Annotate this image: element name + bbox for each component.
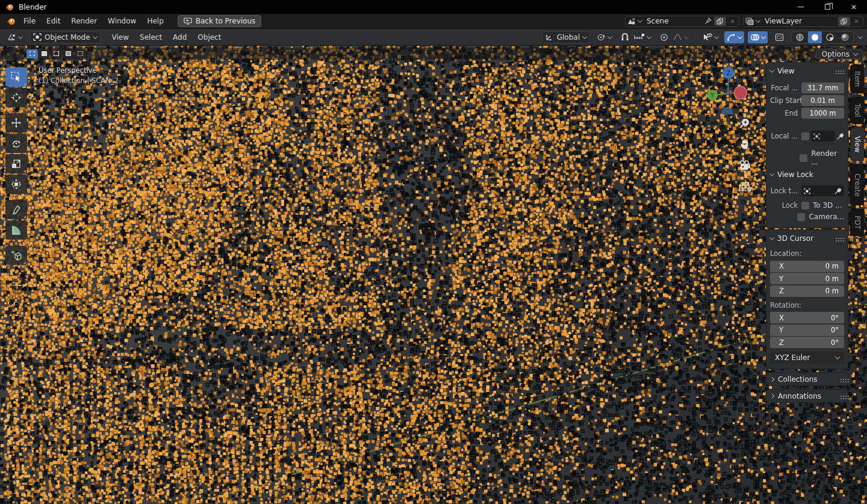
scene-name[interactable]: Scene xyxy=(644,17,702,25)
options-button[interactable]: Options xyxy=(816,49,863,59)
cursor-location-y[interactable]: Y 0 m xyxy=(770,273,844,284)
local-camera-object-field[interactable] xyxy=(811,131,834,142)
zoom-tool-icon[interactable] xyxy=(737,116,753,131)
tool-transform-button[interactable] xyxy=(5,175,27,194)
render-region-checkbox[interactable] xyxy=(800,154,807,162)
maximize-button[interactable] xyxy=(814,0,841,14)
editor-type-button[interactable] xyxy=(5,31,25,43)
proportional-falloff-selector[interactable] xyxy=(671,31,691,43)
menu-select[interactable]: Select xyxy=(134,31,167,43)
select-mode-subtract-button[interactable] xyxy=(51,49,62,58)
transform-orientation-selector[interactable]: Global xyxy=(542,31,590,43)
close-button[interactable]: ✕ xyxy=(841,0,867,14)
cursor-rotation-y[interactable]: Y 0° xyxy=(770,325,844,336)
drag-handle-icon[interactable] xyxy=(836,238,837,239)
select-mode-set-button[interactable] xyxy=(26,49,38,58)
menu-window[interactable]: Window xyxy=(102,15,141,27)
tool-scale-button[interactable] xyxy=(5,154,27,173)
snap-with-selector[interactable] xyxy=(632,31,653,43)
menu-view[interactable]: View xyxy=(107,31,134,43)
annotations-panel-header[interactable]: Annotations xyxy=(766,389,848,403)
tool-rotate-button[interactable] xyxy=(5,134,27,153)
shading-solid-button[interactable] xyxy=(808,31,822,43)
gizmo-minus-z-axis[interactable] xyxy=(722,108,733,115)
remove-viewlayer-icon[interactable]: ✕ xyxy=(853,18,861,25)
shading-wireframe-button[interactable] xyxy=(793,31,807,43)
menu-file[interactable]: File xyxy=(18,15,41,27)
chevron-down-icon xyxy=(769,67,774,72)
eyedropper-icon[interactable] xyxy=(834,187,842,195)
menu-render[interactable]: Render xyxy=(66,15,102,27)
app-menu-button[interactable] xyxy=(4,15,18,27)
menu-object[interactable]: Object xyxy=(192,31,226,43)
tool-add-cube-button[interactable] xyxy=(5,246,27,265)
drag-handle-icon[interactable] xyxy=(836,70,837,72)
tab-pdt[interactable]: PDT xyxy=(850,209,864,236)
select-mode-invert-button[interactable] xyxy=(63,49,74,58)
rotation-order-value: XYZ Euler xyxy=(775,353,810,362)
drag-handle-icon[interactable] xyxy=(841,396,842,397)
new-viewlayer-button[interactable] xyxy=(838,17,850,26)
viewport-canvas[interactable] xyxy=(0,46,867,504)
cursor-rotation-x[interactable]: X 0° xyxy=(770,312,844,323)
navigation-gizmo[interactable]: Z Y xyxy=(702,63,754,114)
xray-toggle[interactable] xyxy=(772,31,786,43)
tab-item[interactable]: Item xyxy=(850,64,864,93)
scene-icon xyxy=(627,17,636,25)
show-overlays-toggle[interactable] xyxy=(748,31,768,43)
unlink-scene-icon[interactable]: ✕ xyxy=(729,18,737,25)
viewport-3d[interactable]: Z Y Options xyxy=(0,46,867,504)
menu-edit[interactable]: Edit xyxy=(41,15,66,27)
snap-toggle[interactable] xyxy=(618,31,632,43)
clip-start-field[interactable]: 0.01 m xyxy=(801,95,844,106)
shading-material-button[interactable] xyxy=(823,31,837,43)
new-scene-button[interactable] xyxy=(714,17,726,26)
select-mode-intersect-button[interactable] xyxy=(75,49,86,58)
proportional-editing-toggle[interactable] xyxy=(657,31,671,43)
camera-to-view-checkbox[interactable] xyxy=(797,213,805,221)
scene-selector[interactable]: Scene ✕ xyxy=(625,16,739,27)
tool-measure-button[interactable] xyxy=(5,220,27,240)
tool-select-box-button[interactable] xyxy=(5,67,27,87)
menu-add[interactable]: Add xyxy=(167,31,192,43)
menu-help[interactable]: Help xyxy=(141,15,169,27)
tool-annotate-button[interactable] xyxy=(5,200,27,219)
camera-view-icon[interactable] xyxy=(737,158,753,173)
pin-icon[interactable] xyxy=(704,17,712,25)
back-to-previous-button[interactable]: Back to Previous xyxy=(178,15,262,27)
cursor-rotation-z[interactable]: Z 0° xyxy=(770,337,844,348)
lock-to-object-field[interactable] xyxy=(801,185,844,196)
select-mode-extend-button[interactable] xyxy=(39,49,50,58)
lock-to-3d-cursor-checkbox[interactable] xyxy=(801,202,809,210)
rotation-order-dropdown[interactable]: XYZ Euler xyxy=(770,352,844,364)
orthographic-grid-icon[interactable] xyxy=(737,179,753,194)
focal-length-field[interactable]: 31.7 mm xyxy=(801,82,844,93)
pan-hand-icon[interactable] xyxy=(737,137,753,152)
local-camera-checkbox[interactable] xyxy=(801,132,809,140)
tool-move-button[interactable] xyxy=(5,113,27,132)
object-visibility-selector[interactable] xyxy=(700,31,721,43)
viewlayer-name[interactable]: ViewLayer xyxy=(762,17,836,25)
cursor-3d-panel-header[interactable]: 3D Cursor xyxy=(770,232,844,245)
view-panel-header[interactable]: View xyxy=(770,64,844,78)
clip-end-field[interactable]: 1000 m xyxy=(801,108,844,119)
shading-options-chevron-icon[interactable] xyxy=(858,34,863,39)
minimize-button[interactable] xyxy=(788,0,814,14)
pivot-point-selector[interactable] xyxy=(594,31,614,43)
drag-handle-icon[interactable] xyxy=(841,379,842,380)
view-lock-header[interactable]: View Lock xyxy=(770,167,844,182)
cursor-location-z[interactable]: Z 0 m xyxy=(770,285,844,297)
view-perspective-label: User Perspective xyxy=(39,66,119,76)
tab-tool[interactable]: Tool xyxy=(850,97,864,123)
tool-cursor-button[interactable] xyxy=(5,88,27,107)
tab-create[interactable]: Create xyxy=(850,164,864,205)
cursor-location-x[interactable]: X 0 m xyxy=(770,261,844,272)
gizmo-x-axis[interactable] xyxy=(735,87,747,99)
tab-view[interactable]: View xyxy=(850,128,864,161)
eyedropper-icon[interactable] xyxy=(836,132,844,140)
shading-rendered-button[interactable] xyxy=(838,31,852,43)
show-gizmo-toggle[interactable] xyxy=(724,31,744,43)
mode-selector[interactable]: Object Mode xyxy=(30,31,101,43)
collections-panel-header[interactable]: Collections xyxy=(766,372,848,386)
viewlayer-selector[interactable]: ViewLayer ✕ xyxy=(743,16,863,27)
